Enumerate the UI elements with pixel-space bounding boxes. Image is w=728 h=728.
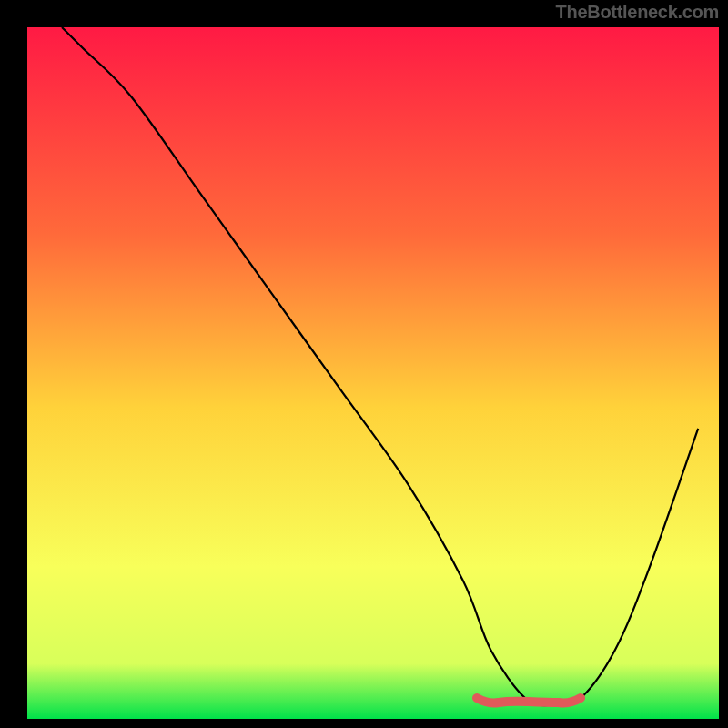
plot-background [27, 27, 719, 719]
watermark-text: TheBottleneck.com [556, 2, 719, 23]
optimal-range-highlight [477, 698, 581, 703]
chart-container [0, 0, 728, 728]
bottleneck-chart [0, 0, 728, 728]
